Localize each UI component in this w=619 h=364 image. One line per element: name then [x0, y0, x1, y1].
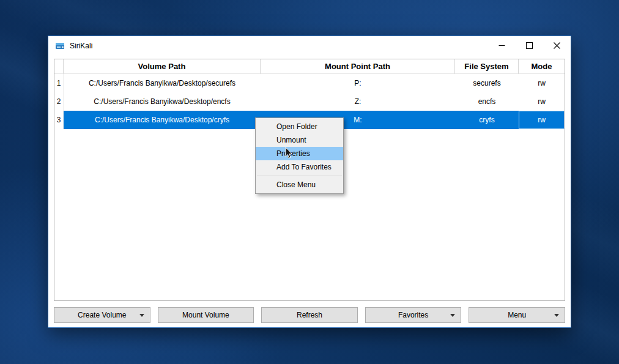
mount-volume-label: Mount Volume: [182, 311, 229, 319]
minimize-icon: [499, 42, 505, 49]
create-volume-label: Create Volume: [78, 311, 126, 319]
favorites-button[interactable]: Favorites: [365, 307, 462, 323]
maximize-icon: [526, 42, 533, 49]
mode-cell: rw: [519, 74, 565, 92]
close-button[interactable]: [543, 36, 571, 55]
row-number-header: [54, 59, 64, 74]
table-row-securefs[interactable]: 1 C:/Users/Francis Banyikwa/Desktop/secu…: [54, 74, 565, 92]
favorites-label: Favorites: [398, 311, 428, 319]
menu-item-close-menu[interactable]: Close Menu: [256, 178, 343, 191]
menu-item-properties[interactable]: Properties: [256, 147, 343, 160]
menu-label: Menu: [508, 311, 526, 319]
column-header-volume-path[interactable]: Volume Path: [64, 59, 261, 74]
row-number: 2: [54, 92, 64, 111]
window-controls: [488, 36, 571, 55]
mount-volume-button[interactable]: Mount Volume: [158, 307, 254, 323]
menu-item-open-folder[interactable]: Open Folder: [256, 120, 343, 133]
mode-cell: rw: [519, 111, 565, 129]
titlebar[interactable]: SiriKali: [48, 36, 571, 55]
menu-button[interactable]: Menu: [469, 307, 565, 323]
maximize-button[interactable]: [516, 36, 543, 55]
refresh-button[interactable]: Refresh: [261, 307, 358, 323]
mode-cell: rw: [519, 92, 565, 111]
row-number: 3: [54, 111, 64, 129]
mount-point-cell: P:: [261, 74, 455, 92]
row-number: 1: [54, 74, 64, 92]
volume-path-cell: C:/Users/Francis Banyikwa/Desktop/secure…: [64, 74, 261, 92]
window-title: SiriKali: [70, 42, 92, 50]
volume-path-cell: C:/Users/Francis Banyikwa/Desktop/encfs: [64, 92, 261, 111]
refresh-label: Refresh: [297, 311, 322, 319]
menu-separator: [257, 176, 342, 176]
chevron-down-icon: [450, 314, 455, 317]
chevron-down-icon: [554, 314, 559, 317]
volume-path-cell: C:/Users/Francis Banyikwa/Desktop/cryfs: [64, 111, 261, 129]
bottom-button-row: Create Volume Mount Volume Refresh Favor…: [54, 307, 565, 323]
create-volume-button[interactable]: Create Volume: [54, 307, 150, 323]
table-row-encfs[interactable]: 2 C:/Users/Francis Banyikwa/Desktop/encf…: [54, 92, 565, 111]
minimize-button[interactable]: [488, 36, 516, 55]
table-header: Volume Path Mount Point Path File System…: [54, 59, 565, 74]
mount-point-cell: Z:: [261, 92, 455, 111]
menu-item-unmount[interactable]: Unmount: [256, 133, 343, 147]
chevron-down-icon: [139, 314, 144, 317]
app-icon: [55, 41, 65, 51]
file-system-cell: cryfs: [455, 111, 519, 129]
close-icon: [554, 42, 560, 49]
column-header-file-system[interactable]: File System: [455, 59, 519, 74]
context-menu: Open Folder Unmount Properties Add To Fa…: [255, 117, 344, 194]
menu-item-add-to-favorites[interactable]: Add To Favorites: [256, 160, 343, 174]
file-system-cell: encfs: [455, 92, 519, 111]
column-header-mount-point-path[interactable]: Mount Point Path: [261, 59, 455, 74]
desktop-wallpaper: SiriKali Volume Path Mount Point Path Fi…: [0, 0, 619, 364]
column-header-mode[interactable]: Mode: [519, 59, 565, 74]
file-system-cell: securefs: [455, 74, 519, 92]
